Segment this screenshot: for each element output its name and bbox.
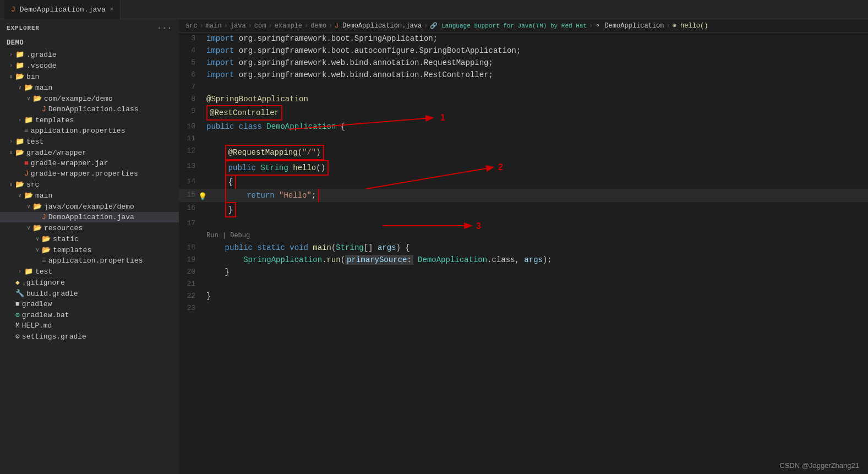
editor[interactable]: 3 import org.springframework.boot.Spring… [179,32,868,474]
tree-item-com-example-demo[interactable]: ∨ 📂 com/example/demo [0,93,179,104]
arrow-icon: ∨ [7,149,15,156]
tree-item-gradlew[interactable]: › ■ gradlew [0,299,179,309]
bat-icon: ⚙ [15,310,20,319]
sidebar-header-icons: ··· [157,24,172,32]
tab-close-button[interactable]: × [110,6,114,13]
tree-item-gradle[interactable]: › 📁 .gradle [0,49,179,60]
tree-label: HELP.md [22,322,52,330]
breadcrumb-class: ⚬ DemoApplication [595,21,664,30]
arrow-icon: ∨ [24,225,33,231]
sidebar-header: EXPLORER ··· [0,19,179,37]
code-line-9: 9 @RestController [179,105,868,121]
arrow-icon: ∨ [24,95,33,102]
arrow-icon: › [7,52,15,58]
tree-item-src[interactable]: ∨ 📂 src [0,179,179,190]
tree-item-demoapp-java[interactable]: › J DemoApplication.java [0,212,179,222]
folder-icon: 📂 [33,202,42,211]
tree-item-gitignore[interactable]: › ◆ .gitignore [0,277,179,288]
tree-item-app-props2[interactable]: › ≡ application.properties [0,255,179,266]
folder-icon: 📂 [33,224,42,232]
tree-item-resources[interactable]: ∨ 📂 resources [0,222,179,233]
tree-item-test2[interactable]: › 📁 test [0,266,179,277]
folder-icon: 📂 [15,148,24,157]
folder-icon: 📂 [42,246,51,254]
tree-item-gradle-wrapper[interactable]: ∨ 📂 gradle/wrapper [0,147,179,158]
tree-label: main [35,84,52,92]
tree-label: static [53,235,79,243]
sidebar-section-title: DEMO [0,37,179,49]
code-line-10: 10 public class DemoApplication { [179,121,868,133]
tree-item-bin[interactable]: ∨ 📂 bin [0,71,179,82]
md-icon: M [15,322,20,330]
more-icon[interactable]: ··· [157,24,172,32]
code-line-20: 20 } [179,266,868,278]
tree-item-test1[interactable]: › 📁 test [0,136,179,147]
tab-filename: DemoApplication.java [20,6,106,14]
code-line-19: 19 SpringApplication.run(primarySource: … [179,254,868,266]
tree-item-templates1[interactable]: › 📁 templates [0,115,179,126]
props-icon: J [24,170,29,178]
tree-label: src [26,181,39,189]
tree-item-settings-gradle[interactable]: › ⚙ settings.gradle [0,331,179,342]
code-line-6: 6 import org.springframework.web.bind.an… [179,69,868,81]
code-line-15: 15 💡 return "Hello"; [179,189,868,202]
tree-item-gradlew-bat[interactable]: › ⚙ gradlew.bat [0,309,179,320]
tree-label: gradle-wrapper.jar [31,159,108,167]
tree-item-demoapp-class[interactable]: › J DemoApplication.class [0,104,179,115]
tree-item-help-md[interactable]: › M HELP.md [0,320,179,331]
arrow-icon: › [7,63,15,69]
tree-item-main1[interactable]: ∨ 📂 main [0,82,179,93]
folder-icon: 📁 [24,267,33,276]
tree-label: .gradle [26,51,57,59]
tree-label: templates [35,116,74,124]
code-line-13: 13 public String hello() [179,160,868,176]
folder-icon: 📂 [15,72,24,81]
arrow-icon: ∨ [33,247,42,253]
breadcrumb-java: java [230,22,246,30]
gradlew-icon: ■ [15,300,20,308]
breadcrumb-src: src [185,22,198,30]
tree-item-templates2[interactable]: ∨ 📂 templates [0,244,179,255]
lightbulb-icon: 💡 [198,191,207,203]
arrow-icon: ∨ [15,84,24,91]
code-line-7: 7 [179,81,868,93]
folder-icon: 📂 [24,191,33,200]
arrow-icon: › [15,269,24,275]
tree-item-vscode[interactable]: › 📁 .vscode [0,60,179,71]
code-line-8: 8 @SpringBootApplication [179,93,868,105]
tree-item-java-demo[interactable]: ∨ 📂 java/com/example/demo [0,201,179,212]
folder-icon: 📁 [15,137,24,146]
java-icon: J [42,213,46,221]
tree-label: application.properties [48,257,143,265]
arrow-icon: ∨ [15,192,24,199]
tree-label: test [26,138,43,146]
tree-label: gradle/wrapper [26,149,86,157]
top-bar: J DemoApplication.java × [0,0,868,19]
settings-icon: ⚙ [15,332,20,341]
breadcrumb-lang: 🔗 Language Support for Java(TM) by Red H… [430,22,587,29]
tree-label: settings.gradle [22,333,86,341]
watermark: CSDN @JaggerZhang21 [779,461,859,470]
tree-label: application.properties [31,127,125,135]
tree-item-main2[interactable]: ∨ 📂 main [0,190,179,201]
arrow-icon: ∨ [33,236,42,242]
tree-item-gradle-wrapper-props[interactable]: › J gradle-wrapper.properties [0,168,179,179]
code-line-18: 18 public static void main(String[] args… [179,242,868,254]
code-line-23: 23 [179,302,868,314]
java-icon: J [42,105,46,113]
tree-item-gradle-wrapper-jar[interactable]: › ■ gradle-wrapper.jar [0,158,179,168]
tree-item-app-props1[interactable]: › ≡ application.properties [0,126,179,136]
tree-item-static[interactable]: ∨ 📂 static [0,233,179,244]
arrow-icon: ∨ [24,203,33,210]
properties-icon: ≡ [24,127,29,135]
breadcrumb-main: main [206,22,222,30]
tree-label: gradlew.bat [22,311,69,319]
code-line-14: 14 { [179,176,868,189]
folder-icon: 📂 [33,94,42,103]
tree-label: test [35,268,52,276]
tree-label: templates [53,246,91,254]
tab-demo-application[interactable]: J DemoApplication.java × [4,0,121,19]
tree-item-build-gradle[interactable]: › 🔧 build.gradle [0,288,179,299]
properties-icon: ≡ [42,257,46,265]
tree-label: main [35,192,52,200]
